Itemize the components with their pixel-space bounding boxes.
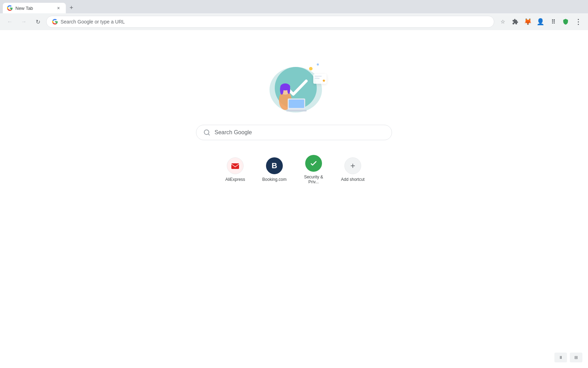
browser-chrome: New Tab × + ← → ↻ Search Google or type …	[0, 0, 588, 30]
profile-icon-fox[interactable]: 🦊	[522, 16, 533, 27]
hero-illustration-svg: ★	[259, 58, 329, 114]
active-tab[interactable]: New Tab ×	[3, 3, 66, 13]
browser-window: New Tab × + ← → ↻ Search Google or type …	[0, 0, 588, 368]
shield-icon	[562, 19, 569, 25]
profile-icon-person[interactable]: 👤	[535, 16, 546, 27]
svg-point-6	[287, 86, 290, 94]
address-bar-row: ← → ↻ Search Google or type a URL ☆	[0, 13, 588, 30]
shortcut-security-label: Security & Priv...	[300, 175, 327, 184]
svg-rect-8	[289, 100, 304, 108]
apps-button[interactable]: ⠿	[547, 16, 559, 27]
forward-button[interactable]: →	[18, 16, 29, 27]
bottom-right-controls: ⏸ ⊞	[554, 353, 582, 362]
search-placeholder-text: Search Google	[215, 129, 252, 136]
pause-button[interactable]: ⏸	[554, 353, 567, 362]
more-menu-button[interactable]: ⋮	[573, 16, 584, 27]
new-tab-page: ★ Search Google	[0, 30, 588, 368]
back-button[interactable]: ←	[4, 16, 15, 27]
security-icon	[305, 155, 322, 172]
shortcut-security[interactable]: Security & Priv...	[297, 151, 330, 188]
shortcut-booking[interactable]: B Booking.com	[258, 154, 291, 185]
svg-rect-9	[286, 110, 307, 111]
add-plus-sign: +	[350, 161, 355, 171]
puzzle-icon	[512, 19, 518, 25]
new-tab-button[interactable]: +	[66, 3, 76, 13]
tab-bar: New Tab × +	[0, 0, 588, 13]
shortcut-booking-label: Booking.com	[262, 177, 286, 182]
search-box[interactable]: Search Google	[196, 125, 392, 140]
tab-favicon-icon	[7, 5, 13, 11]
address-bar[interactable]: Search Google or type a URL	[46, 16, 494, 28]
svg-point-5	[280, 85, 284, 95]
tab-close-button[interactable]: ×	[55, 5, 62, 11]
google-g-icon	[52, 19, 58, 25]
add-shortcut-icon: +	[344, 157, 361, 174]
tab-title: New Tab	[15, 6, 52, 11]
toolbar-icons: ☆ 🦊 👤 ⠿	[497, 16, 584, 27]
reload-button[interactable]: ↻	[32, 16, 43, 27]
search-icon	[203, 129, 210, 136]
aliexpress-icon	[227, 157, 244, 174]
shortcut-aliexpress-label: AliExpress	[225, 177, 245, 182]
svg-rect-12	[315, 78, 320, 79]
address-bar-text: Search Google or type a URL	[61, 19, 125, 25]
svg-rect-18	[231, 163, 239, 169]
booking-icon: B	[266, 157, 283, 174]
bookmark-button[interactable]: ☆	[497, 16, 508, 27]
shortcut-aliexpress[interactable]: AliExpress	[218, 154, 252, 185]
security-extension-icon[interactable]	[560, 16, 571, 27]
svg-text:★: ★	[322, 78, 326, 83]
svg-line-17	[208, 134, 210, 135]
hero-illustration: ★	[259, 58, 329, 114]
shortcuts-row: AliExpress B Booking.com Security & Priv…	[218, 151, 370, 188]
shortcut-add-label: Add shortcut	[341, 177, 364, 182]
svg-point-14	[309, 67, 313, 70]
shortcut-add[interactable]: + Add shortcut	[336, 154, 370, 185]
booking-letter: B	[272, 161, 277, 170]
svg-rect-11	[315, 76, 322, 77]
customize-button[interactable]: ⊞	[570, 353, 582, 362]
svg-point-15	[317, 63, 319, 66]
extensions-button[interactable]	[510, 16, 521, 27]
